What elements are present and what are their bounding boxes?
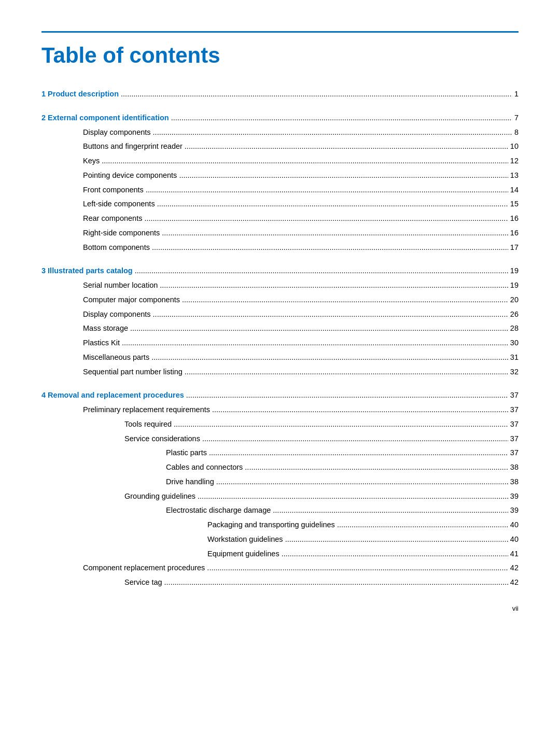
- toc-label-ch2-7: Right-side components: [41, 228, 160, 239]
- toc-label-ch2: 2 External component identification: [41, 113, 169, 124]
- page-title: Table of contents: [41, 43, 519, 68]
- toc-dots-ch3-6: [185, 367, 508, 378]
- toc-page-ch2-6: 16: [510, 213, 519, 224]
- toc-dots-ch1: [121, 89, 512, 100]
- toc-dots-ch4-7: [273, 505, 508, 516]
- toc-label-ch4-2: Service considerations: [41, 433, 200, 445]
- toc-dots-ch4: [186, 390, 508, 401]
- toc-dots-ch4-6: [198, 491, 508, 502]
- toc-page-ch3-5: 31: [510, 352, 519, 363]
- toc-label-ch3-5: Miscellaneous parts: [41, 352, 149, 363]
- toc-dots-ch4-5: [216, 476, 508, 488]
- toc-entry-ch3-6[interactable]: Sequential part number listing 32: [41, 367, 519, 378]
- toc-label-ch1: 1 Product description: [41, 89, 119, 100]
- toc-label-ch3-0: Serial number location: [41, 280, 158, 291]
- toc-page-ch4-10: 41: [510, 549, 519, 560]
- toc-label-ch4-1: Tools required: [41, 419, 172, 430]
- toc-entry-ch4-11[interactable]: Component replacement procedures 42: [41, 563, 519, 574]
- toc-label-ch3-3: Mass storage: [41, 323, 128, 334]
- toc-page-ch3-4: 30: [510, 338, 519, 349]
- toc-label-ch3: 3 Illustrated parts catalog: [41, 265, 133, 277]
- toc-entry-ch3-5[interactable]: Miscellaneous parts 31: [41, 352, 519, 363]
- bottom-page-number: vii: [512, 605, 519, 612]
- toc-entry-ch4-0[interactable]: Preliminary replacement requirements 37: [41, 404, 519, 416]
- toc-label-ch4-10: Equipment guidelines: [41, 549, 279, 560]
- toc-label-ch3-1: Computer major components: [41, 294, 180, 306]
- toc-entry-ch2-3[interactable]: Pointing device components 13: [41, 170, 519, 181]
- toc-dots-ch3-4: [122, 338, 508, 349]
- toc-dots-ch2-4: [146, 185, 508, 196]
- toc-page-ch4-12: 42: [510, 577, 519, 588]
- toc-page-ch3: 19: [510, 265, 519, 277]
- toc-content: 1 Product description 1 2 External compo…: [41, 89, 519, 588]
- toc-entry-ch4-4[interactable]: Cables and connectors 38: [41, 462, 519, 473]
- toc-entry-ch4-12[interactable]: Service tag 42: [41, 577, 519, 588]
- title-section: Table of contents: [41, 33, 519, 68]
- toc-page-ch2-7: 16: [510, 228, 519, 239]
- toc-page-ch2-4: 14: [510, 185, 519, 196]
- toc-entry-ch4-8[interactable]: Packaging and transporting guidelines 40: [41, 519, 519, 531]
- toc-dots-ch3-5: [151, 352, 508, 363]
- toc-entry-ch4-3[interactable]: Plastic parts 37: [41, 447, 519, 459]
- toc-label-ch2-3: Pointing device components: [41, 170, 177, 181]
- toc-dots-ch4-9: [285, 534, 508, 545]
- toc-label-ch2-8: Bottom components: [41, 242, 150, 254]
- toc-entry-ch2-7[interactable]: Right-side components 16: [41, 228, 519, 239]
- toc-page-ch4-0: 37: [510, 404, 519, 416]
- toc-entry-ch4[interactable]: 4 Removal and replacement procedures 37: [41, 390, 519, 401]
- toc-page-ch4-2: 37: [510, 433, 519, 445]
- toc-entry-ch4-10[interactable]: Equipment guidelines 41: [41, 549, 519, 560]
- toc-entry-ch4-2[interactable]: Service considerations 37: [41, 433, 519, 445]
- toc-page-ch4-1: 37: [510, 419, 519, 430]
- toc-entry-ch4-9[interactable]: Workstation guidelines 40: [41, 534, 519, 545]
- toc-dots-ch3-1: [182, 294, 508, 306]
- toc-entry-ch4-7[interactable]: Electrostatic discharge damage 39: [41, 505, 519, 516]
- toc-dots-ch2-5: [157, 199, 508, 210]
- toc-label-ch3-4: Plastics Kit: [41, 338, 120, 349]
- toc-dots-ch4-8: [337, 519, 508, 531]
- toc-page-ch2-8: 17: [510, 242, 519, 254]
- toc-entry-ch2-8[interactable]: Bottom components 17: [41, 242, 519, 254]
- toc-entry-ch2[interactable]: 2 External component identification 7: [41, 113, 519, 124]
- toc-entry-ch2-2[interactable]: Keys 12: [41, 156, 519, 167]
- toc-label-ch4-11: Component replacement procedures: [41, 563, 205, 574]
- toc-entry-ch2-4[interactable]: Front components 14: [41, 185, 519, 196]
- toc-entry-ch2-0[interactable]: Display components 8: [41, 127, 519, 138]
- toc-dots-ch2-3: [179, 170, 508, 181]
- toc-label-ch4-8: Packaging and transporting guidelines: [41, 519, 335, 531]
- toc-entry-ch3[interactable]: 3 Illustrated parts catalog 19: [41, 265, 519, 277]
- toc-entry-ch3-4[interactable]: Plastics Kit 30: [41, 338, 519, 349]
- toc-page-ch4: 37: [510, 390, 519, 401]
- toc-label-ch3-2: Display components: [41, 309, 151, 320]
- toc-dots-ch2-8: [152, 242, 508, 254]
- toc-page-ch3-6: 32: [510, 367, 519, 378]
- toc-page-ch2-2: 12: [510, 156, 519, 167]
- toc-entry-ch3-2[interactable]: Display components 26: [41, 309, 519, 320]
- toc-page-ch2-0: 8: [514, 127, 519, 138]
- toc-label-ch2-0: Display components: [41, 127, 151, 138]
- toc-dots-ch3-2: [153, 309, 508, 320]
- toc-label-ch4-6: Grounding guidelines: [41, 491, 195, 502]
- toc-dots-ch3: [135, 265, 508, 277]
- toc-entry-ch4-6[interactable]: Grounding guidelines 39: [41, 491, 519, 502]
- toc-entry-ch2-1[interactable]: Buttons and fingerprint reader 10: [41, 141, 519, 152]
- toc-label-ch4-3: Plastic parts: [41, 447, 207, 459]
- toc-label-ch4-4: Cables and connectors: [41, 462, 243, 473]
- toc-entry-ch2-5[interactable]: Left-side components 15: [41, 199, 519, 210]
- toc-entry-ch2-6[interactable]: Rear components 16: [41, 213, 519, 224]
- toc-page-ch3-0: 19: [510, 280, 519, 291]
- toc-dots-ch4-10: [282, 549, 508, 560]
- toc-page-ch4-7: 39: [510, 505, 519, 516]
- toc-entry-ch3-1[interactable]: Computer major components 20: [41, 294, 519, 306]
- toc-entry-ch3-3[interactable]: Mass storage 28: [41, 323, 519, 334]
- toc-dots-ch4-12: [164, 577, 508, 588]
- toc-label-ch4-7: Electrostatic discharge damage: [41, 505, 271, 516]
- toc-entry-ch3-0[interactable]: Serial number location 19: [41, 280, 519, 291]
- gap-2: [41, 256, 519, 265]
- toc-entry-ch1[interactable]: 1 Product description 1: [41, 89, 519, 100]
- toc-entry-ch4-1[interactable]: Tools required 37: [41, 419, 519, 430]
- toc-label-ch2-4: Front components: [41, 185, 144, 196]
- toc-page-ch3-2: 26: [510, 309, 519, 320]
- toc-entry-ch4-5[interactable]: Drive handling 38: [41, 476, 519, 488]
- toc-dots-ch2-7: [162, 228, 508, 239]
